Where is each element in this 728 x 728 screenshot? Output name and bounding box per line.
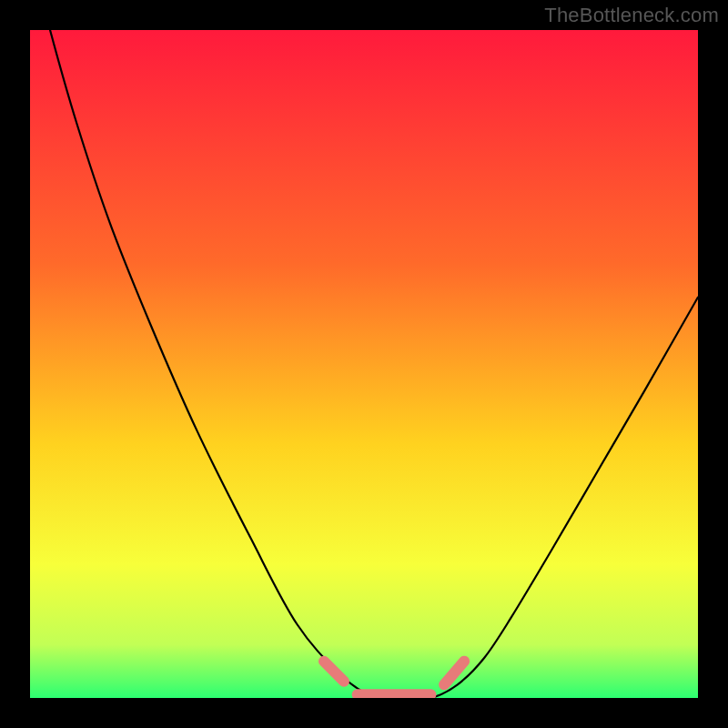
plot-svg xyxy=(30,30,698,698)
watermark-text: TheBottleneck.com xyxy=(544,4,719,27)
chart-frame: TheBottleneck.com xyxy=(0,0,728,728)
plot-area xyxy=(30,30,698,698)
gradient-background xyxy=(30,30,698,698)
